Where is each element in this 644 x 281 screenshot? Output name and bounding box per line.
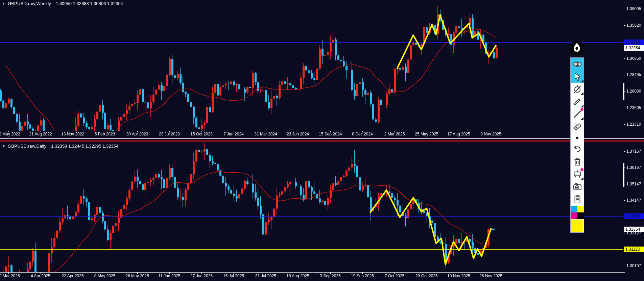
chevron-down-icon[interactable]: ▼ [2, 144, 5, 148]
color-swatch-black[interactable] [577, 212, 584, 219]
price-level-badge: 1.32354 [624, 227, 644, 232]
date-label: 31 Mar 2024 [251, 132, 281, 136]
price-tick-label: 1.36167 [626, 165, 641, 170]
price-level-badge: 1.32354 [624, 45, 644, 51]
date-label: 10 Nov 2025 [444, 274, 474, 278]
camera-icon [573, 182, 582, 191]
price-level-badge: 1.33165 [624, 213, 644, 219]
date-label: 8 May 2025 [90, 274, 120, 278]
timer-disabled-button[interactable] [571, 83, 584, 95]
delete-object-button[interactable] [571, 155, 584, 168]
date-label: 7 Oct 2025 [379, 274, 410, 278]
date-label: 7 Jan 2024 [218, 132, 249, 136]
color-swatch-row-1 [571, 205, 584, 212]
whiteboard-button[interactable] [571, 168, 584, 180]
price-tick-label: 1.38005 [626, 6, 641, 11]
price-tick-label: 1.30850 [626, 56, 641, 61]
date-label: 23 Jul 2023 [154, 132, 185, 136]
price-level-badge: 1.33165 [624, 40, 644, 45]
date-label: 8 Dec 2024 [347, 132, 378, 136]
date-label: 15 Sep 2024 [315, 132, 345, 136]
date-label: 11 Jun 2025 [154, 274, 185, 278]
submenu-wedge [581, 177, 583, 180]
date-label: 15 Jul 2025 [218, 274, 249, 278]
weekly-ohlc-values: 1.30950 1.32688 1.30806 1.32354 [56, 1, 123, 6]
date-label: 17 Aug 2025 [444, 132, 474, 136]
magenta-dot-badge [580, 108, 583, 111]
undo-button[interactable] [571, 143, 584, 155]
date-label: 15 Oct 2023 [186, 132, 217, 136]
price-tick-label: 1.30107 [626, 263, 641, 268]
trendline-icon [573, 110, 582, 119]
date-label: 19 Mar 2025 [0, 274, 24, 278]
price-tick-label: 1.35620 [626, 23, 641, 28]
price-tick-label: 1.26080 [626, 89, 641, 94]
date-label: 30 Apr 2023 [122, 132, 152, 136]
pencil-icon [573, 97, 582, 106]
date-label: 25 May 2025 [411, 132, 442, 136]
date-label: 23 Jun 2024 [283, 132, 313, 136]
date-label: 18 Aug 2025 [283, 274, 313, 278]
price-tick-label: 1.35147 [626, 182, 641, 186]
date-label: 23 Oct 2025 [411, 274, 442, 278]
date-label: 31 Jul 2025 [251, 274, 281, 278]
date-label: 13 Nov 2022 [57, 132, 88, 136]
date-label: 19 Sep 2025 [347, 274, 378, 278]
screenshot-camera-button[interactable] [571, 180, 584, 193]
date-label: 27 Jun 2025 [186, 274, 217, 278]
eraser-button[interactable] [571, 120, 584, 133]
drawing-toolbar [570, 57, 584, 233]
submenu-wedge [581, 117, 583, 120]
clipboard-icon [573, 195, 581, 204]
weekly-symbol-timeframe: GBPUSD.raw,Weekly [8, 1, 51, 6]
price-tick-label: 1.23695 [626, 105, 641, 110]
submenu-wedge [581, 80, 583, 82]
date-label: 4 Apr 2025 [25, 274, 56, 278]
color-swatch-row-2 [571, 212, 584, 220]
active-color-swatch[interactable] [571, 220, 583, 232]
daily-ohlc-values: 1.32358 1.32445 1.32295 1.32354 [51, 144, 118, 149]
date-label: 26 May 2025 [122, 274, 152, 278]
color-swatch-magenta[interactable] [571, 212, 577, 219]
trend-line-button[interactable] [571, 108, 584, 120]
chevron-down-icon[interactable]: ▼ [2, 2, 5, 5]
price-tick-label: 1.37167 [626, 149, 641, 154]
stopwatch-off-icon [573, 85, 582, 94]
magenta-dot-badge [580, 168, 583, 171]
weekly-chart-header: ▼GBPUSD.raw,Weekly1.30950 1.32688 1.3080… [2, 1, 123, 6]
date-label: 2 Mar 2025 [379, 132, 410, 136]
color-swatch-yellow[interactable] [577, 206, 584, 212]
trash-icon [573, 157, 581, 166]
daily-symbol-timeframe: GBPUSD.raw,Daily [8, 144, 46, 149]
price-tick-label: 1.34147 [626, 198, 641, 203]
date-label: 9 Nov 2025 [476, 132, 506, 136]
active-window-indicator-line [0, 140, 644, 142]
submenu-wedge [581, 105, 583, 107]
undo-arrow-icon [573, 145, 582, 153]
price-tick-label: 1.28465 [626, 72, 641, 77]
dot-icon [576, 137, 578, 139]
pen-tool-pin-icon[interactable] [569, 41, 585, 56]
eraser-icon [573, 122, 582, 131]
clipboard-list-button[interactable] [571, 193, 584, 205]
chart-window-separator[interactable] [0, 138, 644, 139]
cursor-arrow-icon [573, 72, 581, 81]
daily-chart-header: ▼GBPUSD.raw,Daily1.32358 1.32445 1.32295… [2, 144, 118, 149]
date-label: 29 May 2022 [0, 132, 24, 136]
toggle-visibility-button[interactable] [571, 58, 584, 70]
submenu-wedge [581, 92, 583, 95]
price-level-badge: 1.31123 [624, 247, 644, 252]
date-label: 26 Nov 2025 [476, 274, 506, 278]
eye-icon [573, 60, 582, 68]
date-label: 3 Sep 2025 [315, 274, 345, 278]
date-label: 22 Apr 2025 [57, 274, 88, 278]
price-tick-label: 1.21310 [626, 122, 641, 127]
trading-platform-workspace: ▼GBPUSD.raw,Weekly1.30950 1.32688 1.3080… [0, 0, 644, 281]
select-cursor-button[interactable] [571, 70, 584, 83]
date-label: 5 Feb 2023 [90, 132, 120, 136]
date-label: 21 Aug 2022 [25, 132, 56, 136]
marker-dot-button[interactable] [571, 133, 584, 143]
color-swatch-cyan[interactable] [571, 206, 577, 212]
pencil-draw-button[interactable] [571, 95, 584, 108]
